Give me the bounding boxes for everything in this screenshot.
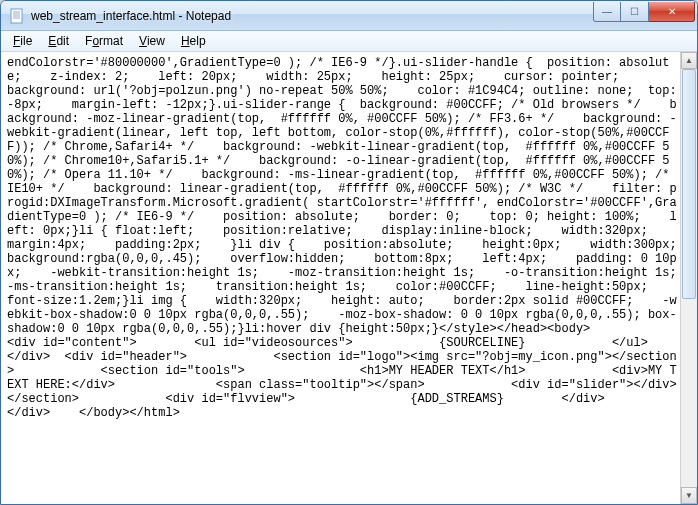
titlebar[interactable]: web_stream_interface.html - Notepad — ☐ … xyxy=(1,1,697,31)
notepad-icon xyxy=(9,8,25,24)
scroll-up-button[interactable]: ▲ xyxy=(681,52,697,69)
notepad-window: web_stream_interface.html - Notepad — ☐ … xyxy=(0,0,698,505)
window-title: web_stream_interface.html - Notepad xyxy=(31,9,593,23)
menu-help[interactable]: Help xyxy=(173,32,214,50)
menu-format[interactable]: Format xyxy=(77,32,131,50)
menu-edit[interactable]: Edit xyxy=(40,32,77,50)
minimize-button[interactable]: — xyxy=(593,2,621,22)
close-button[interactable]: ✕ xyxy=(649,2,695,22)
client-area: endColorstr='#80000000',GradientType=0 )… xyxy=(1,52,697,504)
menubar: File Edit Format View Help xyxy=(1,31,697,52)
maximize-button[interactable]: ☐ xyxy=(621,2,649,22)
window-controls: — ☐ ✕ xyxy=(593,2,695,22)
vertical-scrollbar[interactable]: ▲ ▼ xyxy=(680,52,697,504)
scroll-down-button[interactable]: ▼ xyxy=(681,487,697,504)
menu-view[interactable]: View xyxy=(131,32,173,50)
menu-file[interactable]: File xyxy=(5,32,40,50)
text-editor[interactable]: endColorstr='#80000000',GradientType=0 )… xyxy=(1,52,680,504)
scroll-track[interactable] xyxy=(681,69,697,487)
scroll-thumb[interactable] xyxy=(682,69,696,299)
